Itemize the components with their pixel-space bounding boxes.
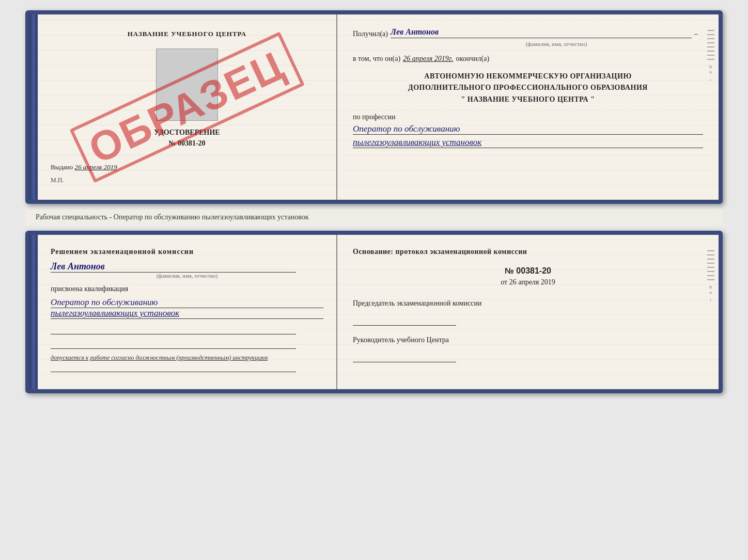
bsl-3 (707, 259, 714, 260)
chair-sig-line (353, 313, 456, 326)
side-text-и: и (707, 66, 714, 68)
cert-issued-label: Выдано 26 апреля 2019 (51, 163, 323, 171)
side-line-8 (707, 59, 714, 60)
org-line3: " НАЗВАНИЕ УЧЕБНОГО ЦЕНТРА " (353, 94, 703, 105)
side-line-4 (707, 42, 714, 43)
blank-line-1 (51, 324, 296, 334)
fio-label-top: (фамилия, имя, отчество) (410, 41, 703, 47)
side-lines-decoration: и а ← (707, 30, 714, 82)
basis-title: Основание: протокол экзаменационной коми… (353, 248, 703, 256)
side-line-1 (707, 30, 714, 31)
decision-title: Решением экзаменационной комиссии (51, 248, 323, 256)
middle-text: Рабочая специальность - Оператор по обсл… (25, 209, 723, 226)
date-value: 26 апреля 2019г. (403, 55, 453, 63)
bsl-8 (707, 279, 714, 280)
bsl-4 (707, 263, 714, 264)
bsl-text-strelka: ← (707, 297, 714, 302)
side-line-5 (707, 46, 714, 47)
cert-photo (156, 49, 218, 121)
bsl-1 (707, 250, 714, 251)
head-title: Руководитель учебного Центра (353, 336, 703, 344)
recipient-name: Лев Антонов (391, 27, 692, 38)
blank-line-2 (51, 339, 296, 349)
certificate-bottom: Решением экзаменационной комиссии Лев Ан… (25, 231, 723, 393)
cert-stamp: М.П. (51, 177, 323, 184)
document-container: НАЗВАНИЕ УЧЕБНОГО ЦЕНТРА УДОСТОВЕРЕНИЕ №… (18, 10, 730, 393)
cert-right-page: Получил(а) Лев Антонов – (фамилия, имя, … (337, 14, 719, 200)
decision-name: Лев Антонов (51, 261, 296, 273)
org-block: АВТОНОМНУЮ НЕКОММЕРЧЕСКУЮ ОРГАНИЗАЦИЮ ДО… (353, 71, 703, 105)
cert-number: № 00381-20 (51, 139, 323, 148)
side-line-2 (707, 34, 714, 35)
chair-title: Председатель экзаменационной комиссии (353, 299, 703, 308)
bsl-6 (707, 271, 714, 272)
date-line: в том, что он(а) 26 апреля 2019г. окончи… (353, 55, 703, 63)
side-text-strelka: ← (707, 77, 714, 82)
protocol-number: № 00381-20 (353, 266, 703, 276)
cert-spine-bottom (29, 235, 38, 389)
blank-line-3 (51, 362, 296, 372)
profession-line2: пылегазоулавливающих установок (353, 137, 703, 148)
recipient-dash: – (694, 30, 703, 38)
bottom-left-page: Решением экзаменационной комиссии Лев Ан… (38, 235, 337, 389)
cert-left-page: НАЗВАНИЕ УЧЕБНОГО ЦЕНТРА УДОСТОВЕРЕНИЕ №… (38, 14, 337, 200)
profession-label: по профессии (353, 113, 703, 121)
bsl-text-и: и (707, 286, 714, 289)
cert-school-name: НАЗВАНИЕ УЧЕБНОГО ЦЕНТРА (51, 30, 323, 38)
certificate-top: НАЗВАНИЕ УЧЕБНОГО ЦЕНТРА УДОСТОВЕРЕНИЕ №… (25, 10, 723, 204)
allowed-work: работе согласно должностным (производств… (90, 354, 268, 361)
cert-doc-type: УДОСТОВЕРЕНИЕ (51, 129, 323, 137)
bsl-text-а: а (707, 292, 714, 294)
profession-line1: Оператор по обслуживанию (353, 124, 703, 135)
cert-spine-top (29, 14, 38, 200)
bsl-2 (707, 254, 714, 255)
head-block: Руководитель учебного Центра (353, 336, 703, 362)
side-line-6 (707, 51, 714, 52)
recipient-line: Получил(а) Лев Антонов – (353, 27, 703, 38)
allowed-text: допускается к работе согласно должностны… (51, 354, 323, 362)
bottom-side-lines: и а ← (707, 250, 714, 302)
head-sig-line (353, 349, 456, 362)
bottom-right-page: Основание: протокол экзаменационной коми… (337, 235, 719, 389)
chair-block: Председатель экзаменационной комиссии (353, 299, 703, 326)
bsl-5 (707, 267, 714, 268)
org-line2: ДОПОЛНИТЕЛЬНОГО ПРОФЕССИОНАЛЬНОГО ОБРАЗО… (353, 82, 703, 93)
assigned-text: присвоена квалификация (51, 285, 323, 293)
decision-fio: (фамилия, имя, отчество) (51, 273, 323, 279)
org-line1: АВТОНОМНУЮ НЕКОММЕРЧЕСКУЮ ОРГАНИЗАЦИЮ (353, 71, 703, 82)
bsl-7 (707, 275, 714, 276)
qual-line2: пылегазоулавливающих установок (51, 308, 323, 319)
recipient-prefix: Получил(а) (353, 30, 388, 38)
qual-line1: Оператор по обслуживанию (51, 297, 323, 308)
side-line-3 (707, 38, 714, 39)
side-text-а: а (707, 71, 714, 73)
protocol-date: от 26 апреля 2019 (353, 278, 703, 286)
side-line-7 (707, 55, 714, 56)
